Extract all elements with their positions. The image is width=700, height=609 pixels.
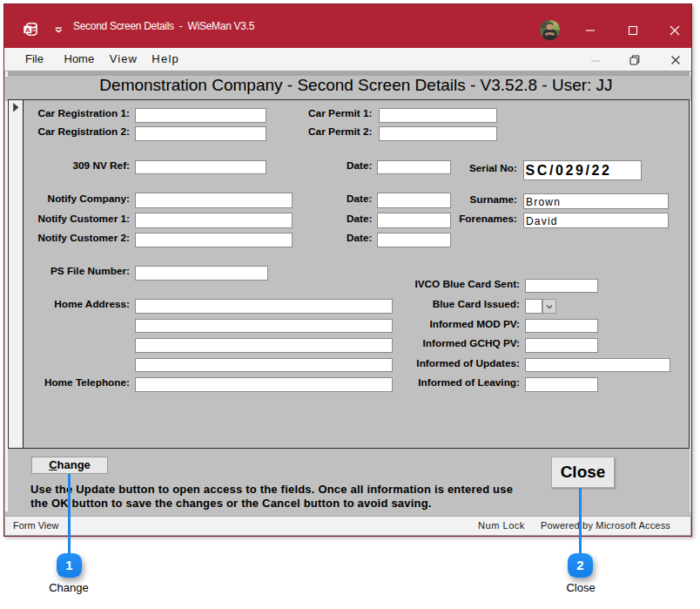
- svg-text:A: A: [25, 26, 30, 34]
